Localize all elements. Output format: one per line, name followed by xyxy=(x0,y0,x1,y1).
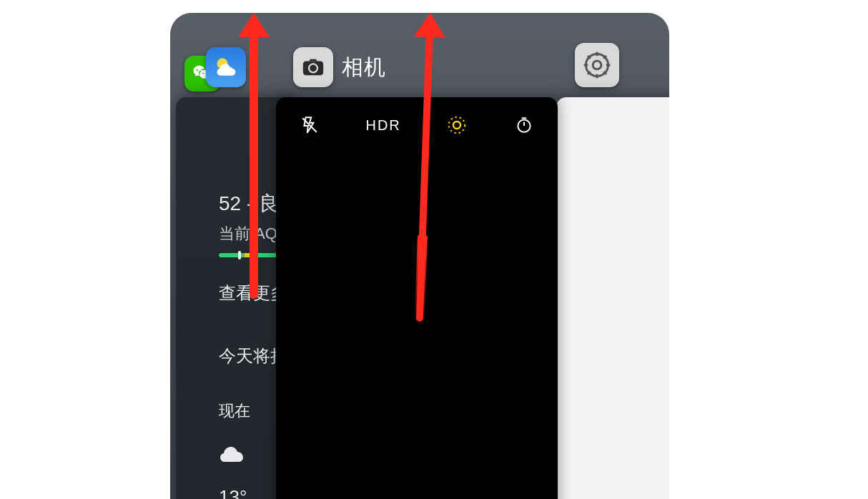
settings-icon xyxy=(581,49,613,81)
svg-point-5 xyxy=(453,122,460,129)
annotation-arrow-1 xyxy=(250,30,258,299)
camera-app-icon[interactable] xyxy=(293,47,333,87)
camera-app-label: 相机 xyxy=(342,53,386,82)
live-photo-icon[interactable] xyxy=(446,114,468,136)
weather-app-icon[interactable] xyxy=(206,47,246,87)
svg-point-4 xyxy=(586,54,608,76)
hdr-button[interactable]: HDR xyxy=(365,117,400,134)
svg-point-3 xyxy=(593,61,601,69)
settings-app-icon[interactable] xyxy=(575,43,619,87)
flash-off-icon[interactable] xyxy=(299,114,320,136)
app-switcher-screenshot: 相机 52 - 良 当前 AQI 查看更多 今天将持 现在 13° xyxy=(170,13,669,499)
weather-icon xyxy=(212,53,240,81)
svg-point-6 xyxy=(449,117,465,134)
timer-icon[interactable] xyxy=(513,114,535,136)
camera-icon xyxy=(301,55,325,79)
svg-point-7 xyxy=(518,119,530,132)
camera-top-controls: HDR xyxy=(276,114,558,136)
settings-card[interactable] xyxy=(556,97,669,499)
